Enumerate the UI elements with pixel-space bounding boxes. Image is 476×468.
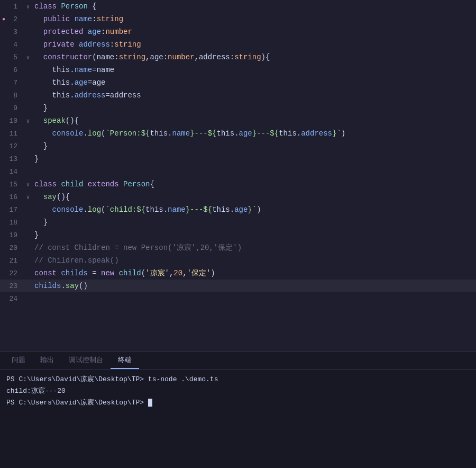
code-content: constructor(name:string,age:number,addre…	[32, 51, 476, 64]
line-number: 20	[0, 244, 24, 252]
code-line: 5∨ constructor(name:string,age:number,ad…	[0, 51, 476, 64]
code-line: 12 }	[0, 140, 476, 152]
line-number: 9	[0, 104, 24, 112]
code-content: public name:string	[32, 13, 476, 25]
code-content: childs.say()	[32, 280, 476, 292]
line-number: 10	[0, 117, 24, 125]
terminal-line: PS C:\Users\David\凉宸\Desktop\TP> ts-node…	[6, 374, 470, 385]
panel-tab[interactable]: 问题	[4, 352, 33, 369]
code-content: const childs = new child('凉宸',20,'保定')	[32, 267, 476, 280]
code-content: }	[32, 152, 476, 165]
code-line: 15∨class child extends Person{	[0, 178, 476, 191]
collapse-arrow[interactable]: ∨	[24, 181, 32, 188]
code-line: 8 this.address=address	[0, 89, 476, 102]
line-number: 7	[0, 79, 24, 87]
line-number: 6	[0, 66, 24, 74]
code-line: 4 private address:string	[0, 38, 476, 51]
code-editor: 1∨class Person {2 public name:string3 pr…	[0, 0, 476, 352]
code-line: 14	[0, 165, 476, 178]
line-number: 4	[0, 41, 24, 49]
line-number: 12	[0, 142, 24, 150]
code-content: speak(){	[32, 114, 476, 127]
code-line: 19 }	[0, 229, 476, 241]
code-line: 24	[0, 292, 476, 305]
code-content: class child extends Person{	[32, 178, 476, 191]
code-line: 9 }	[0, 102, 476, 114]
code-line: 7 this.age=age	[0, 76, 476, 89]
collapse-arrow[interactable]: ∨	[24, 54, 32, 61]
code-content: console.log(`child:${this.name}---${this…	[32, 203, 476, 216]
code-line: 10∨ speak(){	[0, 114, 476, 127]
panel-tab[interactable]: 终端	[111, 352, 139, 369]
code-line: 17 console.log(`child:${this.name}---${t…	[0, 203, 476, 216]
line-number: 16	[0, 193, 24, 201]
line-number: 21	[0, 257, 24, 265]
code-line: 16∨ say(){	[0, 191, 476, 203]
code-line: 22 const childs = new child('凉宸',20,'保定'…	[0, 267, 476, 280]
collapse-arrow[interactable]: ∨	[24, 3, 32, 10]
code-content: say(){	[32, 191, 476, 203]
line-number: 14	[0, 168, 24, 176]
line-number: 1	[0, 3, 24, 11]
line-number: 15	[0, 181, 24, 188]
line-number: 18	[0, 219, 24, 227]
code-line: 13 }	[0, 152, 476, 165]
terminal-content: PS C:\Users\David\凉宸\Desktop\TP> ts-node…	[0, 370, 476, 468]
terminal-line: PS C:\Users\David\凉宸\Desktop\TP>	[6, 397, 470, 409]
code-content: }	[32, 216, 476, 229]
code-line: 3 protected age:number	[0, 25, 476, 38]
code-content: }	[32, 229, 476, 241]
code-content: this.name=name	[32, 64, 476, 76]
line-number: 24	[0, 295, 24, 303]
terminal-cursor	[148, 399, 152, 407]
line-number: 13	[0, 155, 24, 163]
code-content: this.age=age	[32, 76, 476, 89]
code-line: 2 public name:string	[0, 13, 476, 25]
code-content: console.log(`Person:${this.name}---${thi…	[32, 127, 476, 140]
collapse-arrow[interactable]: ∨	[24, 194, 32, 201]
code-line: 1∨class Person {	[0, 0, 476, 13]
code-content: }	[32, 102, 476, 114]
code-content: // const Children = new Person('凉宸',20,'…	[32, 241, 476, 254]
bottom-panel: 问题输出调试控制台终端 PS C:\Users\David\凉宸\Desktop…	[0, 352, 476, 468]
panel-tabs: 问题输出调试控制台终端	[0, 352, 476, 370]
line-number: 8	[0, 92, 24, 100]
code-content: class Person {	[32, 0, 476, 13]
code-line: 6 this.name=name	[0, 64, 476, 76]
code-line: 18 }	[0, 216, 476, 229]
code-line: 11 console.log(`Person:${this.name}---${…	[0, 127, 476, 140]
line-number: 19	[0, 231, 24, 239]
code-line: 20 // const Children = new Person('凉宸',2…	[0, 241, 476, 254]
code-content: // Children.speak()	[32, 254, 476, 267]
line-number: 5	[0, 53, 24, 61]
terminal-line: child:凉宸---20	[6, 385, 470, 397]
line-number: 17	[0, 206, 24, 214]
code-line: 23 childs.say()	[0, 280, 476, 292]
line-number: 3	[0, 28, 24, 36]
panel-tab[interactable]: 调试控制台	[61, 352, 111, 369]
line-number: 2	[0, 15, 24, 23]
collapse-arrow[interactable]: ∨	[24, 118, 32, 124]
code-content: private address:string	[32, 38, 476, 51]
line-number: 22	[0, 269, 24, 277]
code-content: this.address=address	[32, 89, 476, 102]
code-content: }	[32, 140, 476, 152]
code-content: protected age:number	[32, 25, 476, 38]
code-lines: 1∨class Person {2 public name:string3 pr…	[0, 0, 476, 352]
line-number: 11	[0, 130, 24, 138]
panel-tab[interactable]: 输出	[33, 352, 61, 369]
line-number: 23	[0, 282, 24, 290]
code-line: 21 // Children.speak()	[0, 254, 476, 267]
